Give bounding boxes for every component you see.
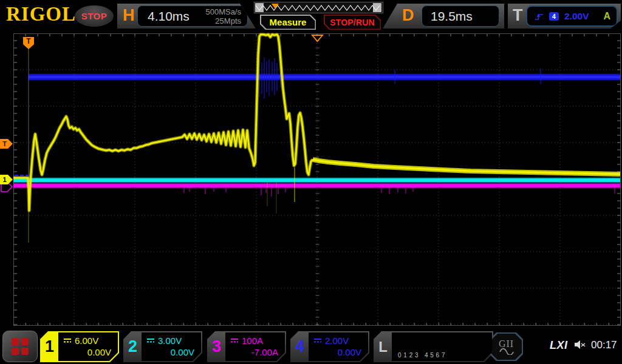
channel-4-badge[interactable]: 4 2.00V 0.00V: [290, 331, 369, 362]
speaker-muted-icon[interactable]: [573, 339, 587, 353]
channel-4-values: 2.00V 0.00V: [309, 332, 368, 361]
trigger-box: 4 2.00V A: [526, 5, 618, 27]
acquisition-info: 500MSa/s 25Mpts: [205, 7, 241, 25]
sample-rate: 500MSa/s: [205, 7, 241, 16]
trigger-position-flag[interactable]: T: [23, 37, 34, 49]
trigger-level-value: 2.00V: [564, 11, 589, 22]
delay-box: 19.5ms: [422, 5, 499, 27]
trigger-panel[interactable]: T 4 2.00V A: [508, 4, 621, 29]
trigger-source-badge: 4: [549, 12, 559, 21]
channel-1-offset: 0.00V: [63, 347, 113, 360]
ch1-ground-marker[interactable]: 1: [0, 175, 13, 184]
source-g2-button[interactable]: GII: [490, 332, 523, 361]
trigger-mode: A: [603, 11, 610, 22]
channel-3-scale: 100A: [242, 335, 263, 346]
g2-label: GII: [499, 339, 514, 348]
channel-1-badge[interactable]: 1 6.00V 0.00V: [40, 331, 119, 362]
main-menu-button[interactable]: [2, 331, 38, 362]
menu-grid-icon: [12, 338, 29, 355]
channel-3-number: 3: [207, 331, 226, 362]
channel-1-scale: 6.00V: [75, 335, 98, 346]
clock: 00:17: [591, 339, 617, 351]
channel-3-values: 100A -7.00A: [225, 332, 285, 361]
dc-coupling-icon: [230, 338, 239, 343]
waveform-position-bar[interactable]: [254, 2, 383, 13]
oscilloscope-screen: TT1 RIGOL STOP H 4.10ms 500MSa/s 25Mpts …: [0, 0, 622, 364]
channel-4-number: 4: [290, 331, 309, 362]
memory-zigzag-icon: [255, 2, 383, 13]
horizontal-label: H: [123, 6, 135, 25]
channel-1-number: 1: [40, 331, 59, 362]
stop-run-label: STOP/RUN: [330, 18, 375, 27]
top-status-bar: RIGOL STOP H 4.10ms 500MSa/s 25Mpts Meas…: [0, 0, 622, 32]
logic-analyzer-badge[interactable]: L 0 1 2 3 4 5 6 7 8 9 10 11 12 13 14 15: [374, 331, 493, 362]
rigol-logo: RIGOL: [6, 3, 76, 25]
measure-button[interactable]: Measure: [260, 15, 316, 30]
svg-text:T: T: [26, 37, 31, 46]
run-state-label: STOP: [81, 11, 108, 21]
stop-run-button[interactable]: STOP/RUN: [324, 15, 381, 30]
channel-2-offset: 0.00V: [146, 347, 196, 360]
delay-value: 19.5ms: [431, 9, 473, 24]
waveform-display[interactable]: TT1: [0, 0, 622, 364]
lxi-status-icon: LXI: [550, 339, 568, 352]
delay-label: D: [402, 6, 414, 25]
delay-panel[interactable]: D 19.5ms: [383, 4, 504, 29]
bottom-status-bar: 1 6.00V 0.00V 2: [0, 328, 622, 364]
horizontal-panel[interactable]: H 4.10ms 500MSa/s 25Mpts: [117, 4, 256, 29]
channel-1-values: 6.00V 0.00V: [58, 332, 118, 361]
logic-row-1: 0 1 2 3 4 5 6 7: [398, 351, 492, 359]
channel-4-offset: 0.00V: [313, 347, 363, 360]
channel-3-offset: -7.00A: [230, 347, 280, 360]
dc-coupling-icon: [146, 338, 155, 343]
measure-label: Measure: [270, 17, 307, 27]
memory-depth: 25Mpts: [215, 16, 241, 25]
channel-2-scale: 3.00V: [158, 335, 182, 346]
ch4-ground-marker: [15, 175, 18, 176]
logic-channel-list: 0 1 2 3 4 5 6 7 8 9 10 11 12 13 14 15: [392, 332, 492, 361]
dc-coupling-icon: [63, 338, 72, 343]
timebase-value: 4.10ms: [148, 9, 190, 24]
horizontal-box: 4.10ms 500MSa/s 25Mpts: [137, 5, 248, 27]
dc-coupling-icon: [313, 338, 322, 343]
trigger-level-marker[interactable]: T: [0, 139, 13, 149]
logic-label: L: [374, 331, 392, 362]
sine-wave-icon: [499, 348, 514, 355]
run-state-indicator[interactable]: STOP: [75, 5, 114, 27]
rising-edge-icon: [535, 12, 544, 21]
channel-2-number: 2: [123, 331, 142, 362]
channel-3-badge[interactable]: 3 100A -7.00A: [207, 331, 286, 362]
trigger-label: T: [513, 6, 523, 25]
channel-4-scale: 2.00V: [325, 335, 349, 346]
ch4-ground-marker: [20, 175, 24, 176]
ch4-ground-marker: [26, 175, 29, 176]
channel-2-values: 3.00V 0.00V: [142, 332, 201, 361]
channel-2-badge[interactable]: 2 3.00V 0.00V: [123, 331, 202, 362]
svg-text:T: T: [2, 140, 7, 147]
svg-text:1: 1: [2, 176, 6, 183]
